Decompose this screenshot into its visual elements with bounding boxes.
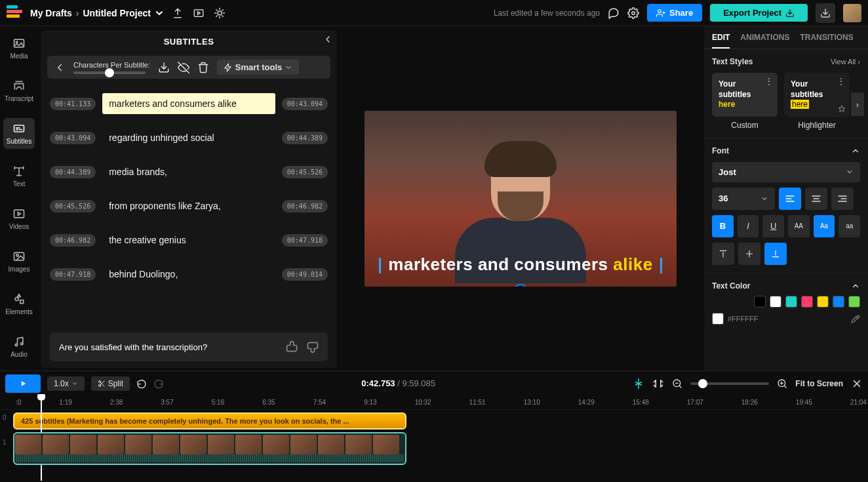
subtitle-end-time[interactable]: 00:43.094 (282, 98, 328, 110)
style-card-highlighter[interactable]: ⋮ Your subtitles here (784, 73, 850, 117)
subtitle-row[interactable]: 00:44.389 media brands, 00:45.526 (47, 155, 330, 189)
gear-icon[interactable] (627, 7, 639, 19)
subtitle-text[interactable]: media brands, (102, 161, 275, 182)
timeline-ruler[interactable]: :01:192:383:575:166:357:549:1310:3211:51… (0, 395, 868, 410)
close-timeline-icon[interactable] (851, 378, 863, 390)
nav-elements[interactable]: Elements (3, 289, 35, 319)
play-button[interactable] (5, 374, 41, 393)
hex-value[interactable]: #FFFFFF (728, 315, 758, 323)
subtitle-start-time[interactable]: 00:47.918 (50, 268, 96, 281)
subtitle-list[interactable]: 00:41.133 marketers and consumers alike … (41, 81, 337, 368)
style-card-custom[interactable]: ⋮ Your subtitles here (712, 73, 778, 117)
breadcrumb[interactable]: My Drafts › Untitled Project (30, 8, 164, 18)
subtitle-row[interactable]: 00:41.133 marketers and consumers alike … (47, 87, 330, 121)
share-button[interactable]: Share (647, 4, 702, 22)
thumbs-down-icon[interactable] (306, 340, 319, 353)
subtitle-track-clip[interactable]: 425 subtitles (Marketing has become comp… (13, 412, 406, 430)
align-right-button[interactable] (831, 188, 854, 210)
subtitle-end-time[interactable]: 00:47.918 (282, 234, 328, 247)
avatar[interactable] (843, 4, 861, 22)
split-button[interactable]: Split (91, 376, 130, 391)
uppercase-button[interactable]: AA (788, 215, 810, 237)
subtitle-overlay[interactable]: marketers and consumers alike (365, 254, 677, 275)
chevron-up-icon[interactable] (851, 281, 860, 291)
trim-icon[interactable] (652, 378, 664, 390)
playback-speed-select[interactable]: 1.0x (47, 376, 85, 391)
download-button[interactable] (816, 3, 835, 23)
subtitle-row[interactable]: 00:46.982 the creative genius 00:47.918 (47, 223, 330, 257)
color-swatch[interactable] (770, 296, 781, 308)
export-button[interactable]: Export Project (710, 4, 808, 22)
italic-button[interactable]: I (738, 215, 759, 237)
subtitle-text[interactable]: regarding unhinged social (102, 127, 275, 148)
font-size-select[interactable]: 36 (712, 188, 775, 210)
color-swatch[interactable] (785, 296, 797, 308)
valign-middle-button[interactable] (738, 243, 760, 265)
nav-audio[interactable]: Audio (3, 331, 35, 362)
valign-bottom-button[interactable] (764, 243, 787, 265)
delete-subtitles-icon[interactable] (197, 62, 209, 73)
thumbs-up-icon[interactable] (286, 340, 299, 353)
subtitle-start-time[interactable]: 00:45.526 (50, 200, 96, 212)
color-swatch[interactable] (754, 296, 766, 308)
nav-media[interactable]: Media (3, 33, 35, 64)
color-swatch[interactable] (833, 296, 844, 308)
breadcrumb-drafts[interactable]: My Drafts (30, 8, 72, 18)
current-color-swatch[interactable] (712, 313, 724, 325)
subtitle-text[interactable]: behind Duolingo, (102, 264, 275, 285)
hide-subtitles-icon[interactable] (178, 62, 189, 73)
next-styles-icon[interactable]: › (851, 92, 864, 116)
color-swatch[interactable] (848, 296, 860, 308)
subtitle-start-time[interactable]: 00:44.389 (50, 166, 96, 178)
subtitle-end-time[interactable]: 00:49.014 (282, 268, 328, 281)
fit-to-screen-button[interactable]: Fit to Screen (795, 379, 843, 388)
subtitle-start-time[interactable]: 00:46.982 (50, 234, 96, 247)
subtitle-text[interactable]: from proponents like Zarya, (102, 195, 275, 216)
snap-icon[interactable] (633, 378, 644, 390)
view-all-link[interactable]: View All › (831, 58, 860, 66)
slideshow-icon[interactable] (193, 7, 205, 19)
smart-tools-dropdown[interactable]: Smart tools (217, 60, 300, 75)
subtitle-end-time[interactable]: 00:45.526 (282, 166, 328, 178)
eyedropper-icon[interactable] (851, 314, 860, 323)
app-logo[interactable] (7, 5, 22, 21)
chevron-down-icon[interactable] (155, 9, 164, 18)
titlecase-button[interactable]: Aa (814, 215, 835, 237)
preview-canvas[interactable]: marketers and consumers alike ↻ (337, 26, 704, 371)
zoom-slider[interactable] (690, 382, 769, 385)
subtitle-start-time[interactable]: 00:41.133 (50, 98, 96, 110)
video-track-clip[interactable] (13, 432, 406, 465)
nav-subtitles[interactable]: Subtitles (3, 118, 35, 149)
align-center-button[interactable] (805, 188, 827, 210)
font-family-select[interactable]: Jost (712, 162, 860, 182)
download-subtitles-icon[interactable] (158, 62, 170, 73)
underline-button[interactable]: U (762, 215, 784, 237)
bold-button[interactable]: B (712, 215, 734, 237)
subtitle-row[interactable]: 00:43.094 regarding unhinged social 00:4… (47, 121, 330, 155)
video-frame[interactable]: marketers and consumers alike ↻ (365, 111, 677, 287)
valign-top-button[interactable] (712, 243, 734, 265)
breadcrumb-project[interactable]: Untitled Project (83, 8, 150, 18)
back-icon[interactable] (54, 62, 66, 73)
undo-icon[interactable] (136, 378, 147, 389)
subtitle-end-time[interactable]: 00:46.982 (282, 200, 328, 212)
nav-transcript[interactable]: Transcript (3, 75, 35, 106)
sparkle-icon[interactable] (214, 7, 226, 19)
timeline-tracks[interactable]: 0 425 subtitles (Marketing has become co… (0, 410, 868, 481)
redo-icon[interactable] (153, 378, 164, 389)
tab-edit[interactable]: EDIT (712, 33, 730, 49)
collapse-panel-icon[interactable] (323, 34, 333, 45)
subtitle-end-time[interactable]: 00:44.389 (282, 132, 328, 144)
lowercase-button[interactable]: aa (838, 215, 860, 237)
upload-icon[interactable] (172, 7, 184, 19)
subtitle-text[interactable]: marketers and consumers alike (102, 93, 275, 114)
card-menu-icon[interactable]: ⋮ (837, 75, 846, 87)
subtitle-start-time[interactable]: 00:43.094 (50, 132, 96, 144)
zoom-out-icon[interactable] (672, 378, 682, 389)
color-swatch[interactable] (817, 296, 829, 308)
align-left-button[interactable] (779, 188, 801, 210)
subtitle-text[interactable]: the creative genius (102, 230, 275, 251)
nav-videos[interactable]: Videos (3, 203, 35, 234)
chevron-up-icon[interactable] (851, 146, 860, 155)
card-menu-icon[interactable]: ⋮ (764, 75, 774, 87)
